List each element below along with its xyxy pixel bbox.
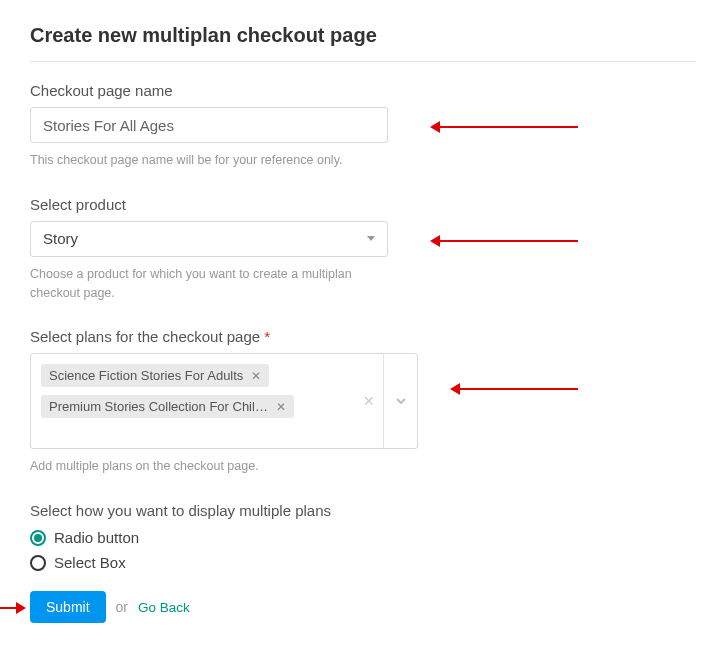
- page-title: Create new multiplan checkout page: [30, 24, 696, 47]
- product-value: Story: [43, 230, 367, 247]
- or-text: or: [116, 599, 128, 615]
- product-help: Choose a product for which you want to c…: [30, 265, 388, 303]
- display-option-select-box[interactable]: Select Box: [30, 554, 696, 571]
- product-label: Select product: [30, 196, 696, 213]
- field-plans: Select plans for the checkout page * Sci…: [30, 328, 696, 476]
- chevron-down-icon: [395, 395, 407, 407]
- go-back-link[interactable]: Go Back: [138, 600, 190, 615]
- plans-tag-container: Science Fiction Stories For Adults ✕ Pre…: [31, 354, 383, 448]
- required-mark: *: [264, 328, 270, 345]
- plan-tag-label: Premium Stories Collection For Chil…: [49, 399, 268, 414]
- plan-tag: Science Fiction Stories For Adults ✕: [41, 364, 269, 387]
- plans-help: Add multiple plans on the checkout page.: [30, 457, 388, 476]
- annotation-arrow: [438, 126, 578, 128]
- chevron-down-icon: [367, 236, 375, 241]
- display-radio-group: Radio button Select Box: [30, 529, 696, 571]
- checkout-name-input[interactable]: [30, 107, 388, 143]
- field-product: Select product Story Choose a product fo…: [30, 196, 696, 303]
- radio-label: Select Box: [54, 554, 126, 571]
- field-checkout-name: Checkout page name This checkout page na…: [30, 82, 696, 170]
- annotation-arrow: [458, 388, 578, 390]
- annotation-arrow: [0, 607, 18, 609]
- display-option-radio-button[interactable]: Radio button: [30, 529, 696, 546]
- checkout-name-label: Checkout page name: [30, 82, 696, 99]
- radio-icon: [30, 555, 46, 571]
- display-label: Select how you want to display multiple …: [30, 502, 696, 519]
- plans-multiselect[interactable]: Science Fiction Stories For Adults ✕ Pre…: [30, 353, 418, 449]
- plans-label: Select plans for the checkout page *: [30, 328, 696, 345]
- radio-icon: [30, 530, 46, 546]
- divider: [30, 61, 696, 62]
- clear-all-icon[interactable]: ✕: [363, 393, 375, 409]
- remove-tag-icon[interactable]: ✕: [251, 369, 261, 383]
- form-actions: Submit or Go Back: [30, 591, 696, 623]
- radio-label: Radio button: [54, 529, 139, 546]
- plan-tag: Premium Stories Collection For Chil… ✕: [41, 395, 294, 418]
- remove-tag-icon[interactable]: ✕: [276, 400, 286, 414]
- multiselect-expand[interactable]: [383, 354, 417, 448]
- annotation-arrow: [438, 240, 578, 242]
- checkout-name-help: This checkout page name will be for your…: [30, 151, 388, 170]
- field-display-mode: Select how you want to display multiple …: [30, 502, 696, 571]
- plan-tag-label: Science Fiction Stories For Adults: [49, 368, 243, 383]
- plans-label-text: Select plans for the checkout page: [30, 328, 260, 345]
- product-select[interactable]: Story: [30, 221, 388, 257]
- submit-button[interactable]: Submit: [30, 591, 106, 623]
